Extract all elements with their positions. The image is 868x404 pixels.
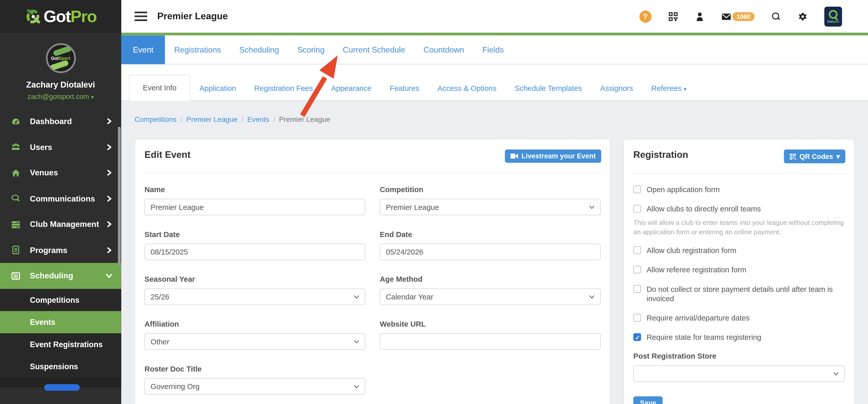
user-name: Zachary Diotalevi xyxy=(0,80,121,89)
gear-icon[interactable] xyxy=(798,11,808,21)
envelope-icon xyxy=(721,11,731,21)
tab-fields[interactable]: Fields xyxy=(483,45,504,54)
chevron-down-icon xyxy=(589,204,595,210)
chevron-down-icon: ▾ xyxy=(836,152,840,161)
field-website-url: Website URL xyxy=(380,320,600,350)
tab-scoring[interactable]: Scoring xyxy=(297,45,324,54)
chat-launcher-button[interactable] xyxy=(44,384,80,391)
server-icon xyxy=(11,219,21,229)
tab-registration-fees[interactable]: Registration Fees xyxy=(245,76,322,101)
sidebar-item-programs[interactable]: Programs xyxy=(0,237,121,263)
tab-application[interactable]: Application xyxy=(190,76,245,101)
tab-countdown[interactable]: Countdown xyxy=(424,45,464,54)
sidebar-item-communications[interactable]: Communications xyxy=(0,186,121,211)
user-email-menu[interactable]: zach@gotsport.com ▾ xyxy=(0,93,121,101)
checkbox-help-text: This will allow a club to enter teams in… xyxy=(633,218,845,237)
checkbox[interactable] xyxy=(633,285,641,293)
start-date-input[interactable]: 08/15/2025 xyxy=(145,244,365,260)
checkbox-allow-clubs-enroll[interactable]: Allow clubs to directly enroll teams xyxy=(633,204,845,214)
video-camera-icon xyxy=(510,153,518,159)
tab-current-schedule[interactable]: Current Schedule xyxy=(343,45,405,54)
competition-select[interactable]: Premier League xyxy=(380,199,600,215)
post-registration-store-select[interactable] xyxy=(633,366,845,382)
tab-assignors[interactable]: Assignors xyxy=(591,76,642,101)
tab-registrations[interactable]: Registrations xyxy=(174,45,221,54)
tab-appearance[interactable]: Appearance xyxy=(322,76,381,101)
registration-options: Open application form Allow clubs to dir… xyxy=(624,174,854,404)
sidebar-item-club-management[interactable]: Club Management xyxy=(0,211,121,237)
user-icon[interactable] xyxy=(694,11,704,21)
age-method-select[interactable]: Calendar Year xyxy=(380,288,600,305)
field-end-date: End Date 05/24/2026 xyxy=(380,230,600,260)
avatar-label: GotSport xyxy=(51,56,70,61)
chat-bubbles-icon xyxy=(11,194,21,203)
chevron-down-icon xyxy=(833,371,839,376)
tab-scheduling[interactable]: Scheduling xyxy=(239,45,279,54)
sidebar-menu: Dashboard Users Venues Communications Cl xyxy=(0,108,121,387)
sidebar-item-venues[interactable]: Venues xyxy=(0,160,121,186)
affiliation-select[interactable]: Other xyxy=(145,333,365,350)
checkbox-checked[interactable] xyxy=(633,333,641,341)
checkbox[interactable] xyxy=(633,186,641,193)
field-name: Name Premier League xyxy=(145,186,365,215)
qr-code-icon[interactable] xyxy=(668,11,678,21)
checkbox-no-payment-until-invoiced[interactable]: Do not collect or store payment details … xyxy=(633,284,845,303)
tab-schedule-templates[interactable]: Schedule Templates xyxy=(505,76,591,101)
breadcrumb-competitions[interactable]: Competitions xyxy=(134,115,177,124)
roster-doc-title-select[interactable]: Governing Org xyxy=(145,378,365,395)
sidebar: GotPro GotSport Zachary Diotalevi zach@g… xyxy=(0,0,121,404)
checkbox-allow-referee-registration[interactable]: Allow referee registration form xyxy=(633,265,845,275)
save-button[interactable]: Save xyxy=(633,396,663,404)
hamburger-menu-icon[interactable] xyxy=(134,9,147,23)
breadcrumb-premier-league[interactable]: Premier League xyxy=(186,115,238,124)
sidebar-subitem-competitions[interactable]: Competitions xyxy=(0,289,121,311)
checkbox-require-state[interactable]: Require state for teams registering xyxy=(633,333,845,342)
field-seasonal-year: Seasonal Year 25/26 xyxy=(145,275,365,305)
tab-access-options[interactable]: Access & Options xyxy=(428,76,505,101)
sidebar-item-scheduling[interactable]: Scheduling xyxy=(0,263,121,288)
checkbox-allow-club-registration[interactable]: Allow club registration form xyxy=(633,246,845,255)
tab-features[interactable]: Features xyxy=(381,76,428,101)
sidebar-item-dashboard[interactable]: Dashboard xyxy=(0,108,121,134)
website-url-input[interactable] xyxy=(380,333,600,350)
checkbox[interactable] xyxy=(633,266,641,274)
field-affiliation: Affiliation Other xyxy=(145,320,365,350)
checkbox[interactable] xyxy=(633,314,641,322)
chevron-down-icon xyxy=(354,384,360,389)
field-competition: Competition Premier League xyxy=(380,186,600,215)
checkbox[interactable] xyxy=(633,246,641,254)
livestream-button[interactable]: Livestream your Event xyxy=(505,150,601,163)
chevron-right-icon xyxy=(106,118,113,125)
messages-button[interactable]: 1060 xyxy=(721,11,754,21)
sidebar-subitem-events[interactable]: Events xyxy=(0,311,121,333)
sidebar-subitem-suspensions[interactable]: Suspensions xyxy=(0,355,121,377)
name-input[interactable]: Premier League xyxy=(145,199,365,215)
gotsport-app-badge[interactable]: GotSport xyxy=(824,6,842,26)
tab-event-info[interactable]: Event Info xyxy=(129,74,190,101)
support-chat-icon[interactable] xyxy=(771,11,781,21)
avatar[interactable]: GotSport xyxy=(46,43,75,73)
sidebar-subitem-event-registrations[interactable]: Event Registrations xyxy=(0,333,121,355)
breadcrumb-events[interactable]: Events xyxy=(247,115,269,124)
checkbox[interactable] xyxy=(633,205,641,213)
checkbox-require-arrival-departure[interactable]: Require arrival/departure dates xyxy=(633,313,845,323)
qr-code-icon xyxy=(789,153,796,160)
end-date-input[interactable]: 05/24/2026 xyxy=(380,244,600,260)
breadcrumb-current: Premier League xyxy=(279,115,330,124)
chevron-down-icon xyxy=(354,339,360,344)
gauge-icon xyxy=(11,117,21,126)
chevron-down-icon: ▾ xyxy=(684,86,686,92)
checkbox-open-application-form[interactable]: Open application form xyxy=(633,185,845,194)
sidebar-item-users[interactable]: Users xyxy=(0,134,121,160)
help-icon[interactable]: ? xyxy=(639,10,651,22)
tab-event[interactable]: Event xyxy=(121,35,165,64)
event-sub-tabs: Event Info Application Registration Fees… xyxy=(121,65,868,101)
tab-referees[interactable]: Referees ▾ xyxy=(642,76,696,101)
sidebar-scrollbar[interactable] xyxy=(118,127,121,266)
event-nav-tabs: Event Registrations Scheduling Scoring C… xyxy=(121,35,868,64)
seasonal-year-select[interactable]: 25/26 xyxy=(145,288,365,305)
qr-codes-button[interactable]: QR Codes ▾ xyxy=(784,150,845,163)
registration-card: Registration QR Codes ▾ Open application… xyxy=(623,139,855,404)
gotpro-logo[interactable]: GotPro xyxy=(0,0,121,33)
field-roster-doc-title: Roster Doc Title Governing Org xyxy=(145,365,365,395)
